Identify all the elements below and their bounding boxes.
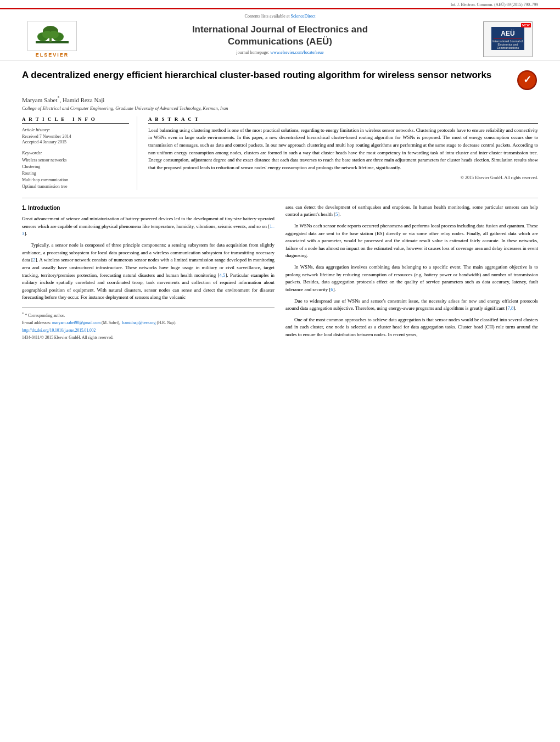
svg-point-6 [49, 31, 59, 38]
article-title: A decentralized energy efficient hierarc… [22, 69, 516, 82]
email2-link[interactable]: hamidnaji@ieee.org [122, 320, 156, 325]
journal-title-center: International Journal of Electronics and… [82, 24, 478, 55]
journal-header: Contents lists available at ScienceDirec… [0, 9, 560, 60]
journal-homepage: journal homepage: www.elsevier.com/locat… [93, 50, 467, 55]
email1-link[interactable]: maryam.sabet90@gmail.com [52, 320, 100, 325]
corresponding-label: * Corresponding author. [25, 313, 65, 318]
body-right-para-1: area can detect the development of earth… [285, 204, 538, 219]
email1-person: (M. Sabet), [102, 320, 120, 325]
contents-line: Contents lists available at ScienceDirec… [22, 14, 538, 19]
crossmark-circle: ✓ [517, 70, 537, 90]
homepage-link[interactable]: www.elsevier.com/locate/aeue [270, 50, 323, 55]
doi-line: http://dx.doi.org/10.1016/j.aeue.2015.01… [22, 327, 275, 334]
aeu-logo-box: NEW AEÜ International Journal of Electro… [483, 21, 533, 57]
journal-title-line1: International Journal of Electronics and [192, 24, 368, 35]
author-names: Maryam Sabet*, Hamid Reza Naji [22, 97, 104, 103]
abstract-column: A B S T R A C T Load balancing using clu… [148, 116, 538, 190]
article-info-column: A R T I C L E I N F O Article history: R… [22, 116, 137, 190]
keyword-3: Routing [22, 170, 129, 177]
main-content: A decentralized energy efficient hierarc… [0, 60, 560, 352]
intro-para-1: Great advancement of science and miniatu… [22, 215, 275, 238]
elsevier-logo: ELSEVIER [22, 21, 82, 58]
article-dates: Received 7 November 2014 Accepted 4 Janu… [22, 134, 129, 144]
crossmark-logo[interactable]: ✓ [516, 69, 538, 91]
copyright-line: © 2015 Elsevier GmbH. All rights reserve… [148, 175, 538, 181]
footnote-section: * * Corresponding author. E-mail address… [22, 307, 275, 341]
aeu-logo-inner: AEÜ International Journal of Electronics… [491, 27, 524, 52]
journal-title-line2: Communications (AEÜ) [228, 36, 332, 47]
intro-para-2: Typically, a sensor node is composed of … [22, 242, 275, 302]
abstract-header: A B S T R A C T [148, 116, 538, 124]
citation-text: Int. J. Electron. Commun. (AEÜ) 69 (2015… [451, 2, 538, 7]
section-divider [22, 198, 538, 198]
email2-person: (H.R. Naji). [156, 320, 176, 325]
abstract-text: Load balancing using clustering method i… [148, 127, 538, 182]
accepted-date: Accepted 4 January 2015 [22, 140, 129, 144]
journal-logo-right: NEW AEÜ International Journal of Electro… [478, 21, 538, 57]
authors-line: Maryam Sabet*, Hamid Reza Naji [22, 96, 538, 103]
journal-main-title: International Journal of Electronics and… [93, 24, 467, 48]
article-info-header: A R T I C L E I N F O [22, 116, 129, 124]
body-right-para-5: One of the most common approaches to ach… [285, 316, 538, 339]
citation-line: Int. J. Electron. Commun. (AEÜ) 69 (2015… [0, 0, 560, 9]
header-inner: ELSEVIER International Journal of Electr… [22, 21, 538, 58]
body-column-right: area can detect the development of earth… [285, 204, 538, 343]
ref-5[interactable]: 5 [335, 211, 338, 217]
keyword-4: Multi-hop communication [22, 177, 129, 183]
crossmark-svg: ✓ [518, 71, 536, 90]
svg-text:AEÜ: AEÜ [501, 29, 514, 37]
body-right-para-3: In WSNs, data aggregation involves combi… [285, 264, 538, 294]
article-info-abstract-row: A R T I C L E I N F O Article history: R… [22, 116, 538, 190]
email-label: E-mail addresses: [22, 320, 51, 325]
body-right-para-4: Due to widespread use of WSNs and sensor… [285, 298, 538, 313]
issn-line: 1434-8411/© 2015 Elsevier GmbH. All righ… [22, 334, 275, 341]
svg-rect-9 [494, 38, 522, 38]
history-label: Article history: [22, 127, 129, 132]
svg-rect-0 [36, 41, 69, 43]
svg-text:✓: ✓ [523, 74, 531, 85]
body-column-left: 1. Introduction Great advancement of sci… [22, 204, 275, 343]
doi-link[interactable]: http://dx.doi.org/10.1016/j.aeue.2015.01… [22, 328, 96, 333]
affiliation: College of Electrical and Computer Engin… [22, 105, 538, 111]
ref-1-3[interactable]: 1–3 [22, 224, 275, 237]
contents-label: Contents lists available at [245, 14, 290, 19]
elsevier-tree-svg [33, 26, 71, 47]
new-badge: NEW [521, 23, 531, 27]
elsevier-logo-image [27, 21, 77, 51]
body-right-para-2: In WSNs each sensor node reports occurre… [285, 222, 538, 260]
email-line: E-mail addresses: maryam.sabet90@gmail.c… [22, 320, 275, 326]
page: Int. J. Electron. Commun. (AEÜ) 69 (2015… [0, 0, 560, 742]
keywords-label: Keywords: [22, 150, 129, 155]
ref-7-8[interactable]: 7,8 [507, 305, 513, 311]
aeu-logo-svg: AEÜ International Journal of Electronics… [491, 27, 524, 50]
keyword-2: Clustering [22, 164, 129, 170]
abstract-paragraph: Load balancing using clustering method i… [148, 127, 538, 172]
body-two-columns: 1. Introduction Great advancement of sci… [22, 204, 538, 343]
ref-4-5[interactable]: 4,5 [219, 272, 225, 278]
keyword-1: Wireless sensor networks [22, 157, 129, 164]
sciencedirect-link[interactable]: ScienceDirect [291, 14, 316, 19]
keywords-list: Wireless sensor networks Clustering Rout… [22, 157, 129, 190]
article-title-section: A decentralized energy efficient hierarc… [22, 69, 538, 91]
corresponding-author-note: * * Corresponding author. [22, 311, 275, 319]
ref-6[interactable]: 6 [331, 287, 333, 292]
homepage-label: journal homepage: [237, 50, 270, 55]
elsevier-brand-text: ELSEVIER [36, 52, 69, 58]
svg-text:Communications: Communications [497, 46, 519, 49]
ref-2[interactable]: 2 [33, 257, 35, 263]
intro-heading: 1. Introduction [22, 204, 275, 213]
received-date: Received 7 November 2014 [22, 134, 129, 139]
keyword-5: Optimal transmission tree [22, 183, 129, 190]
